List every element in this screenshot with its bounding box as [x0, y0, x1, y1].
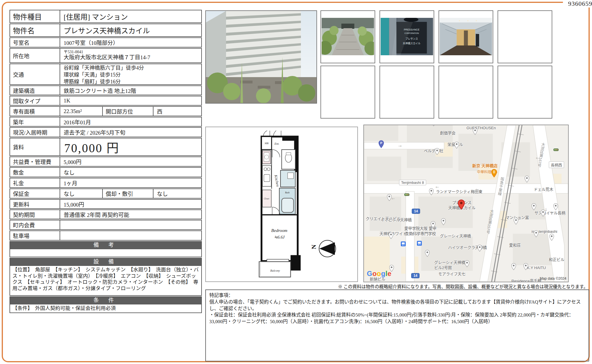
- map-pin: [523, 263, 528, 271]
- svg-text:P: P: [380, 141, 382, 145]
- table-row: 更新料15,000円: [10, 199, 202, 209]
- photo-building-sign: PRESSANCE CORPORATION プレサンス 天神橋スカイル: [380, 10, 434, 63]
- row-label: 物件種目: [10, 10, 60, 22]
- road-name-vertical: 大淀区第157号: [485, 209, 495, 235]
- table-row: 現況/入居時期退去予定 / 2026年5月下旬: [10, 127, 202, 137]
- table-row: 共益費・管理費5,000円: [10, 157, 202, 167]
- google-letter: G: [367, 270, 372, 277]
- notes-line: 個人申込の場合、「電子契約くん」でご契約いただきます。お問い合わせについては、物…: [209, 299, 585, 312]
- north-compass: N: [310, 239, 341, 259]
- map-pin: [511, 263, 516, 271]
- google-letter: o: [372, 270, 377, 277]
- map-pin: [431, 221, 436, 229]
- row-label: 物件名: [10, 24, 60, 36]
- row-value: 22.35m²: [60, 107, 102, 116]
- approach-photo-graphic: [322, 18, 374, 55]
- row-value: なし: [60, 189, 102, 198]
- restaurant-pin: [491, 169, 497, 179]
- floorplan-label-closet: Closet: [264, 198, 269, 200]
- transport-line: 谷町線「天神橋筋六丁目」徒歩4分: [64, 65, 201, 72]
- map-poi-label-highlight: 新京 天神橋店: [472, 163, 498, 168]
- row-value: 1K: [60, 96, 201, 105]
- remarks-text: [10, 249, 202, 257]
- floorplan-drawing: MB Ent. Kitchen: [249, 131, 310, 279]
- row-value: [住居用] マンション: [60, 10, 201, 22]
- map-pin: [541, 209, 546, 218]
- floorplan-label-mb: MB: [264, 142, 269, 145]
- map-label: ランドマークシティ梅田東: [436, 188, 482, 194]
- map-label: ビル2号館: [434, 264, 452, 270]
- address-text: 大阪府大阪市北区天神橋７丁目14-7: [64, 54, 201, 61]
- property-table: 物件種目[住居用] マンション 物件名プレサンス天神橋スカイル 号室名1007号…: [10, 10, 202, 314]
- map-label: Residence高千穂: [511, 278, 541, 282]
- table-row: 建築構造鉄筋コンクリート造 地上12階: [10, 85, 202, 95]
- photo-lobby-corridor: [439, 10, 493, 63]
- row-label: 間取タイプ: [10, 96, 60, 105]
- google-letter: g: [381, 270, 386, 277]
- map-label: 天神橋ホワイトハイツ: [380, 230, 418, 236]
- building-photo-graphic: [206, 11, 316, 103]
- row-label: 保証金: [10, 189, 60, 198]
- map-pin: [454, 142, 459, 150]
- sign-photo-graphic: PRESSANCE CORPORATION プレサンス 天神橋スカイル: [381, 18, 433, 55]
- map-pois: 創価学会GUESTHOUSEn栄泉ビルベルデ本社新京 天神橋店中華料理・S長柄西…: [364, 125, 568, 282]
- row-label: 賃料: [10, 138, 60, 155]
- photo-frame-empty: [320, 66, 375, 119]
- row-value: 15,000円: [60, 200, 201, 208]
- map-pin: [549, 234, 554, 242]
- transport-line: 堺筋線「扇町」徒歩16分: [64, 79, 201, 85]
- map-label: ベルデ本社: [424, 148, 443, 153]
- row-label: 敷金: [10, 168, 60, 177]
- map-pin: [429, 188, 434, 197]
- rent-value: 70,000 円: [60, 138, 201, 155]
- row-value: 鉄筋コンクリート造 地上12階: [60, 86, 201, 95]
- equipment-header: 設 備: [10, 258, 202, 266]
- row-value: 退去予定 / 2026年5月下旬: [60, 128, 201, 137]
- sign-text: 天神橋スカイル: [403, 42, 421, 45]
- row-value: 普通借家 2年間 再契約可能: [60, 210, 201, 219]
- table-row: 駐車場: [10, 230, 202, 241]
- row-label: 築年: [10, 117, 60, 126]
- location-map: →←← ←←↓ 創価学会GUESTHOUSEn栄泉ビルベルデ本社新京 天神橋店中…: [363, 125, 569, 282]
- map-label: モアライフ天七: [438, 271, 466, 277]
- compass-north-label: N: [310, 245, 317, 249]
- map-label: K.Y HAITU: [527, 266, 546, 270]
- row-label: 更新料: [10, 200, 60, 208]
- map-label: グレーシィ天神橋: [440, 233, 471, 239]
- map-pin: [514, 218, 519, 226]
- table-row: 所在地 〒531-0041 大阪府大阪市北区天神橋７丁目14-7: [10, 48, 202, 63]
- row-label: 開口部方位: [102, 107, 153, 116]
- notes-title: 特記事項：: [209, 292, 585, 299]
- table-row: 契約期間普通借家 2年間 再契約可能: [10, 209, 202, 219]
- map-pin: [477, 245, 482, 253]
- row-label: 駐車場: [10, 231, 60, 240]
- row-label: 号室名: [10, 38, 60, 47]
- map-pin: [389, 232, 394, 240]
- disclaimer-text: ※ この資料は物件の概略紹介資料になります。写真、間取図面、設備、概要などが現況…: [338, 283, 588, 289]
- postal-code: 〒531-0041: [64, 50, 201, 54]
- floorplan-svg: MB Ent. Kitchen: [249, 131, 310, 279]
- bus-stop-icon: [417, 241, 422, 247]
- map-label: 和正ビル: [549, 256, 564, 262]
- remarks-header: 備 考: [10, 241, 202, 249]
- row-label: 契約期間: [10, 210, 60, 219]
- parking-icon: P: [378, 140, 384, 149]
- row-label: 町内会費: [10, 220, 60, 229]
- floorplan-panel: MB Ent. Kitchen: [205, 127, 358, 282]
- google-letter: o: [377, 270, 381, 277]
- row-value: 2016年01月: [60, 117, 201, 126]
- conditions-header: 条 件: [10, 296, 202, 304]
- row-value: 〒531-0041 大阪府大阪市北区天神橋７丁目14-7: [60, 49, 201, 62]
- map-pin: [534, 230, 539, 239]
- map-label: クリエイト天八ビル: [366, 216, 401, 221]
- row-value: 5,000円: [60, 157, 201, 166]
- map-label: GUESTHOUSEn: [466, 126, 496, 130]
- route-shield: 14: [412, 209, 420, 214]
- map-pin: [441, 218, 446, 226]
- photo-frame-empty: [498, 10, 552, 63]
- photo-frame-empty: [498, 66, 552, 119]
- road-name-badge: Tenjimbashi 8: [399, 180, 426, 185]
- row-value: なし: [60, 168, 201, 177]
- sign-text: PRESSANCE: [404, 28, 420, 31]
- row-value: プレサンス天神橋スカイル: [60, 24, 201, 36]
